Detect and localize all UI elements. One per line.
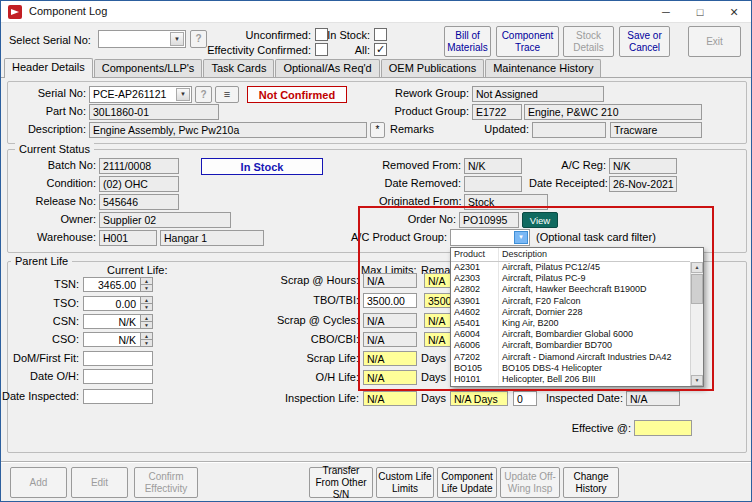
report-icon: ≡ <box>224 88 230 101</box>
date-oh-field[interactable] <box>83 369 153 384</box>
part-no-field: 30L1860-01 <box>89 104 219 120</box>
inspected-date-label: Inspected Date: <box>541 392 623 405</box>
chevron-down-icon[interactable]: ▼ <box>514 231 528 244</box>
part-no-label: Part No: <box>26 105 86 118</box>
cso-spinner[interactable]: ▲▼ <box>140 333 152 346</box>
list-item[interactable]: H0101Helicopter, Bell 206 BIII <box>451 374 690 385</box>
scrap-life-max-field: N/A <box>363 351 417 366</box>
tsn-field[interactable]: 3465.00 ▲▼ <box>83 277 153 292</box>
spinner-up-icon[interactable]: ▲ <box>141 333 152 340</box>
tso-spinner[interactable]: ▲▼ <box>140 297 152 310</box>
release-no-field: 545646 <box>99 194 179 210</box>
select-serial-combo[interactable]: ▼ <box>98 30 186 48</box>
component-trace-button[interactable]: Component Trace <box>496 26 559 57</box>
product-group-desc: Aircraft, Pilatus PC12/45 <box>499 262 690 273</box>
description-field: Engine Assembly, Pwc Pw210a <box>89 122 367 138</box>
tab-optional-as-reqd[interactable]: Optional/As Req'd <box>275 59 379 77</box>
csn-spinner[interactable]: ▲▼ <box>140 315 152 328</box>
transfer-from-other-sn-button[interactable]: Transfer From Other S/N <box>309 467 373 498</box>
chevron-down-icon[interactable]: ▼ <box>170 32 184 46</box>
list-item[interactable]: A2802Aircraft, Hawker Beechcraft B1900D <box>451 284 690 295</box>
inspection-count-field[interactable]: 0 <box>513 391 537 406</box>
owner-label: Owner: <box>31 213 96 226</box>
list-item[interactable]: A5401King Air, B200 <box>451 318 690 329</box>
scrap-life-label: Scrap Life: <box>259 352 359 365</box>
view-order-button[interactable]: View <box>522 212 558 228</box>
dom-first-fit-field[interactable] <box>83 351 153 366</box>
minimize-button[interactable]: ─ <box>649 1 683 22</box>
list-item[interactable]: A2303Aircraft, Pilatus PC-9 <box>451 273 690 284</box>
cso-value: N/K <box>87 334 136 347</box>
save-or-cancel-button[interactable]: Save or Cancel <box>619 26 670 57</box>
in-stock-checkbox[interactable] <box>374 28 387 41</box>
date-receipted-field: 26-Nov-2021 <box>609 176 677 192</box>
csn-label: CSN: <box>1 315 79 328</box>
serial-no-combo[interactable]: PCE-AP261121 ▼ <box>89 86 192 103</box>
custom-life-limits-button[interactable]: Custom Life Limits <box>376 467 434 498</box>
csn-field[interactable]: N/K ▲▼ <box>83 314 153 329</box>
stock-details-label: Stock Details <box>565 30 612 54</box>
scrollbar-thumb[interactable] <box>691 274 703 304</box>
ac-product-group-hint: (Optional task card filter) <box>536 231 656 244</box>
cso-field[interactable]: N/K ▲▼ <box>83 332 153 347</box>
product-group-desc: Aircraft, Pilatus PC-9 <box>499 273 690 284</box>
warehouse-label: Warehouse: <box>31 231 96 244</box>
title-bar: Component Log ─ □ × <box>1 1 751 23</box>
tab-oem-publications[interactable]: OEM Publications <box>381 59 484 77</box>
bottom-divider <box>1 461 752 463</box>
removed-from-label: Removed From: <box>379 159 461 172</box>
tsn-spinner[interactable]: ▲▼ <box>140 278 152 291</box>
parent-life-legend: Parent Life <box>11 255 72 268</box>
list-item[interactable]: A7202Aircraft - Diamond Aircraft Industr… <box>451 352 690 363</box>
list-item[interactable]: BO105BO105 DBS-4 Helicopter <box>451 363 690 374</box>
spinner-down-icon[interactable]: ▼ <box>141 304 152 310</box>
serial-help-button: ? <box>195 86 212 103</box>
maximize-button[interactable]: □ <box>683 1 717 22</box>
in-stock-label: In Stock: <box>326 29 370 42</box>
close-button[interactable]: × <box>717 1 751 22</box>
check-icon: ✓ <box>376 43 385 55</box>
cbo-cbi-max-field: N/A <box>363 332 417 347</box>
tso-field[interactable]: 0.00 ▲▼ <box>83 296 153 311</box>
dropdown-scrollbar[interactable]: ▲ ▼ <box>690 262 703 386</box>
spinner-up-icon[interactable]: ▲ <box>141 278 152 285</box>
tab-task-cards[interactable]: Task Cards <box>203 59 274 77</box>
date-inspected-field[interactable] <box>83 389 153 404</box>
chevron-down-icon[interactable]: ▼ <box>176 88 190 101</box>
ac-product-group-combo[interactable]: ▼ <box>450 229 530 246</box>
warehouse-name-field: Hangar 1 <box>160 230 264 246</box>
spinner-up-icon[interactable]: ▲ <box>141 315 152 322</box>
scroll-down-icon[interactable]: ▼ <box>691 375 703 386</box>
condition-label: Condition: <box>31 177 96 190</box>
remarks-label: Remarks <box>390 123 434 136</box>
effectivity-confirmed-checkbox[interactable] <box>315 43 328 56</box>
spinner-down-icon[interactable]: ▼ <box>141 322 152 328</box>
scrap-cycles-label: Scrap @ Cycles: <box>259 314 359 327</box>
list-item[interactable]: A6004Aircraft, Bombardier Global 6000 <box>451 329 690 340</box>
list-item[interactable]: A2301Aircraft, Pilatus PC12/45 <box>451 262 690 273</box>
tbo-tbi-max-field[interactable]: 3500.00 <box>363 293 417 308</box>
product-group-name-field: Engine, P&WC 210 <box>524 104 702 120</box>
tab-components-llps[interactable]: Components/LLP's <box>94 59 203 77</box>
scroll-up-icon[interactable]: ▲ <box>691 262 703 273</box>
component-life-update-label: Component Life Update <box>439 471 495 495</box>
all-checkbox[interactable]: ✓ <box>374 43 387 56</box>
list-item[interactable]: A4602Aircraft, Dornier 228 <box>451 307 690 318</box>
effective-at-field[interactable] <box>634 420 692 436</box>
component-life-update-button[interactable]: Component Life Update <box>437 467 497 498</box>
confirm-effectivity-button: Confirm Effectivity <box>134 467 198 498</box>
oh-life-max-field: N/A <box>363 370 417 385</box>
tab-maintenance-history[interactable]: Maintenance History <box>485 59 601 77</box>
spinner-down-icon[interactable]: ▼ <box>141 340 152 346</box>
list-item[interactable]: A3901Aircraft, F20 Falcon <box>451 296 690 307</box>
tab-header-details[interactable]: Header Details <box>4 58 93 78</box>
product-group-desc: King Air, B200 <box>499 318 690 329</box>
app-icon <box>8 5 22 19</box>
list-item[interactable]: A6006Aircraft, Bombardier BD700 <box>451 340 690 351</box>
change-history-button[interactable]: Change History <box>563 467 619 498</box>
spinner-down-icon[interactable]: ▼ <box>141 285 152 291</box>
remarks-button[interactable]: * <box>370 122 385 138</box>
serial-report-button[interactable]: ≡ <box>215 86 239 103</box>
bill-of-materials-button[interactable]: Bill of Materials <box>444 26 491 57</box>
spinner-up-icon[interactable]: ▲ <box>141 297 152 304</box>
